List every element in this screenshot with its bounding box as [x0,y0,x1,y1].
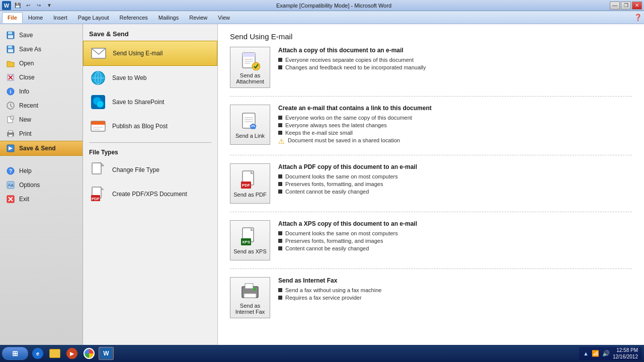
info-nav-icon: i [6,87,15,96]
taskbar-tray: ▲ 📶 🔊 12:58 PM 12/16/2012 [579,347,642,360]
svg-rect-5 [8,49,13,52]
qa-save[interactable]: 💾 [13,1,22,10]
tab-review[interactable]: Review [184,12,212,23]
nav-open[interactable]: Open [0,56,83,70]
mid-send-email[interactable]: Send Using E-mail [83,41,217,66]
help-icon[interactable]: ❓ [634,14,642,21]
fax-bullet-2: Requires a fax service provider [278,295,632,301]
qa-undo[interactable]: ↩ [24,1,33,10]
options-nav-icon: Aa [6,180,15,190]
link-bullet-1: Everyone works on the same copy of this … [278,115,632,121]
title-bar-left: W 💾 ↩ ↪ ▼ [2,1,58,10]
nav-info[interactable]: i Info [0,84,83,99]
xps-title: Attach a XPS copy of this document to an… [278,220,632,227]
send-fax-button[interactable]: Send as Internet Fax [230,277,270,318]
nav-options[interactable]: Aa Options [0,178,83,192]
svg-rect-36 [91,121,105,125]
svg-text:i: i [10,89,12,95]
nav-close[interactable]: Close [0,70,83,84]
attachment-desc: Attach a copy of this document to an e-m… [278,47,632,72]
bullet-icon [278,131,282,135]
taskbar: ⊞ e ▶ W ▲ 📶 🔊 12:58 PM 12/16/2012 [0,345,644,362]
bullet-icon [278,239,282,243]
mid-save-sharepoint[interactable]: Save to SharePoint [83,90,217,114]
svg-text:PDF: PDF [92,197,100,201]
mid-save-web[interactable]: Save to Web [83,66,217,90]
right-panel: Send Using E-mail Send as Attachment Att… [218,24,644,352]
tab-mailings[interactable]: Mailings [153,12,184,23]
sharepoint-mid-icon [89,93,107,111]
xps-bullet-3: Content cannot be easily changed [278,245,632,251]
tab-references[interactable]: References [115,12,153,23]
tab-insert[interactable]: Insert [48,12,72,23]
send-link-button[interactable]: Send a Link [230,105,270,145]
tray-time: 12:58 PM 12/16/2012 [613,347,638,360]
attachment-title: Attach a copy of this document to an e-m… [278,47,632,54]
section2-title: File Types [83,147,217,158]
pdf-bullet-3: Content cannot be easily changed [278,189,632,195]
tab-view[interactable]: View [213,12,235,23]
close-button[interactable]: ✕ [632,2,642,10]
bullet-icon [278,174,282,178]
minimize-button[interactable]: — [610,2,620,10]
taskbar-folder[interactable] [47,347,62,360]
window-title: Example [Compatibility Mode] - Microsoft… [58,3,610,9]
email-option-fax: Send as Internet Fax Send as Internet Fa… [230,277,632,326]
mid-create-pdf[interactable]: PDF Create PDF/XPS Document [83,182,217,206]
nav-exit-label: Exit [19,196,29,203]
tab-home[interactable]: Home [23,12,48,23]
middle-panel: Save & Send Send Using E-mail Save to We… [83,24,218,352]
taskbar-word[interactable]: W [99,347,114,360]
nav-new[interactable]: New [0,113,83,127]
send-xps-label: Send as XPS [233,248,266,254]
nav-exit[interactable]: Exit [0,192,83,206]
mid-change-file-type[interactable]: Change File Type [83,158,217,182]
svg-rect-14 [11,116,14,119]
nav-print[interactable]: Print [0,127,83,141]
tab-file[interactable]: File [2,12,23,23]
nav-save[interactable]: Save [0,28,83,42]
nav-info-label: Info [19,88,29,95]
fax-title: Send as Internet Fax [278,277,632,284]
save-nav-icon [6,31,15,40]
mid-save-web-label: Save to Web [112,74,146,81]
start-button[interactable]: ⊞ [2,347,28,360]
nav-save-as[interactable]: Save As [0,42,83,56]
filetype-mid-icon [89,161,107,179]
restore-button[interactable]: ❐ [621,2,631,10]
svg-rect-61 [245,284,253,289]
nav-save-as-label: Save As [19,46,41,53]
attachment-bullet-2: Changes and feedback need to be incorpor… [278,64,632,70]
svg-rect-1 [8,32,12,34]
taskbar-media[interactable]: ▶ [64,347,79,360]
taskbar-chrome[interactable] [82,347,97,360]
send-xps-button[interactable]: XPS Send as XPS [230,220,270,260]
nav-options-label: Options [19,182,40,189]
nav-recent[interactable]: Recent [0,99,83,113]
link-bullet-3: Keeps the e-mail size small [278,130,632,136]
bullet-icon [278,231,282,235]
qa-redo[interactable]: ↪ [34,1,43,10]
send-pdf-button[interactable]: PDF Send as PDF [230,163,270,204]
svg-text:XPS: XPS [242,240,251,244]
nav-print-label: Print [19,130,32,137]
mid-save-sharepoint-label: Save to SharePoint [112,99,164,106]
bullet-icon [278,296,282,300]
print-nav-icon [6,129,15,138]
ie-icon: e [36,350,39,356]
nav-help[interactable]: ? Help [0,164,83,178]
send-attachment-button[interactable]: Send as Attachment [230,47,270,88]
mid-publish-blog[interactable]: Publish as Blog Post [83,114,217,138]
send-pdf-label: Send as PDF [233,192,266,198]
qa-dropdown[interactable]: ▼ [45,1,54,10]
email-option-attachment: Send as Attachment Attach a copy of this… [230,47,632,97]
link-desc: Create an e-mail that contains a link to… [278,105,632,147]
taskbar-ie[interactable]: e [30,347,45,360]
tab-page-layout[interactable]: Page Layout [73,12,114,23]
fax-bullet-1: Send a fax without using a fax machine [278,287,632,293]
mid-create-pdf-label: Create PDF/XPS Document [112,191,187,198]
mid-change-file-type-label: Change File Type [112,166,159,173]
bullet-icon [278,246,282,250]
nav-save-send[interactable]: Save & Send [0,141,83,156]
quick-access-toolbar: 💾 ↩ ↪ ▼ [13,1,54,10]
